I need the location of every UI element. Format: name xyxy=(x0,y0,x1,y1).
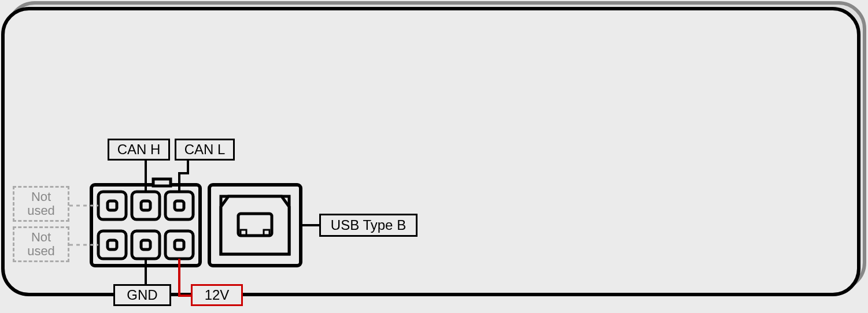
usb-b-connector xyxy=(209,185,301,266)
label-not-used-1: Not used xyxy=(13,186,69,222)
label-can-h: CAN H xyxy=(108,139,170,161)
label-gnd: GND xyxy=(113,284,171,306)
nu1-line2: used xyxy=(27,204,55,218)
nu2-line1: Not xyxy=(31,230,51,244)
header-notch xyxy=(153,179,171,186)
nu2-line2: used xyxy=(27,244,55,258)
label-12v: 12V xyxy=(191,284,243,306)
label-usb: USB Type B xyxy=(319,214,418,237)
nu1-line1: Not xyxy=(31,190,51,204)
label-can-l: CAN L xyxy=(175,139,235,161)
label-not-used-2: Not used xyxy=(13,226,69,262)
